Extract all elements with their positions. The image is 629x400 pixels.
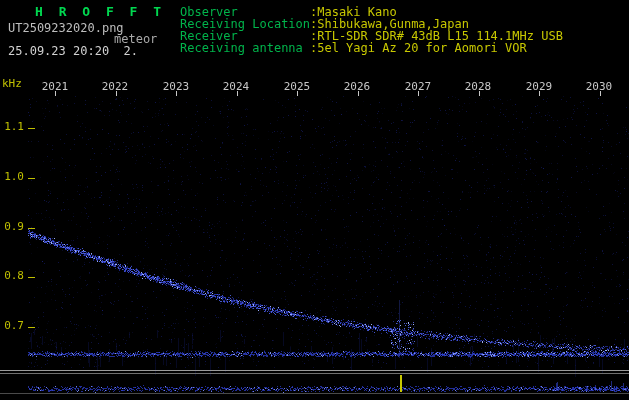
y-axis-unit: kHz (2, 78, 22, 90)
x-tick-label: 2027 (403, 81, 433, 92)
x-tick-label: 2029 (524, 81, 554, 92)
y-tick-label: 0.7 (2, 320, 24, 332)
receiving-antenna-value: :5el Yagi Az 20 for Aomori VOR (310, 42, 527, 54)
x-tick-label: 2025 (282, 81, 312, 92)
app-title: H R O F F T (35, 6, 165, 18)
y-tick-label: 1.1 (2, 121, 24, 133)
y-tick-label: 0.8 (2, 270, 24, 282)
x-tick-label: 2023 (161, 81, 191, 92)
output-filename: UT2509232020.png (8, 22, 124, 34)
y-tick-label: 0.9 (2, 221, 24, 233)
y-tick-label: 1.0 (2, 171, 24, 183)
x-tick-label: 2022 (100, 81, 130, 92)
datetime-label: 25.09.23 20:20 2. (8, 45, 138, 57)
x-tick-label: 2028 (463, 81, 493, 92)
hrofft-screen: H R O F F T UT2509232020.png meteor 25.0… (0, 0, 629, 400)
x-tick-label: 2021 (40, 81, 70, 92)
x-tick-label: 2030 (584, 81, 614, 92)
spectrogram-canvas (0, 0, 629, 400)
x-tick-label: 2026 (342, 81, 372, 92)
receiving-antenna-label: Receiving antenna (180, 42, 303, 54)
x-tick-label: 2024 (221, 81, 251, 92)
